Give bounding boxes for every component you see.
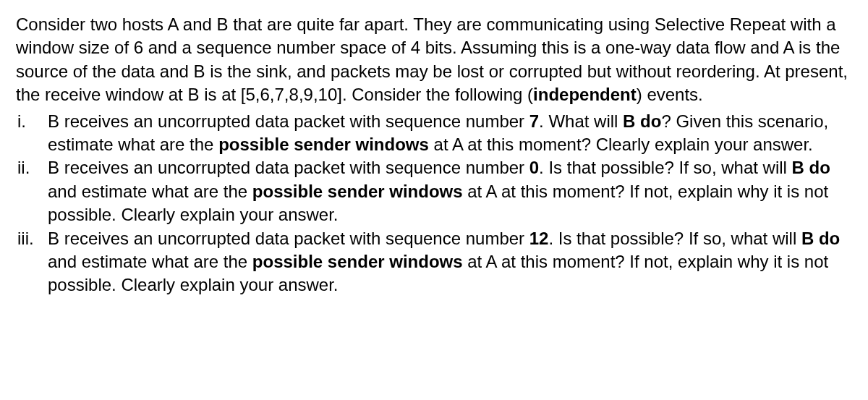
question-intro: Consider two hosts A and B that are quit… xyxy=(16,13,852,107)
list-item: ii. B receives an uncorrupted data packe… xyxy=(16,156,852,226)
list-item: i. B receives an uncorrupted data packet… xyxy=(16,110,852,157)
question-list: i. B receives an uncorrupted data packet… xyxy=(16,110,852,297)
item-body: B receives an uncorrupted data packet wi… xyxy=(48,156,852,226)
item-marker: i. xyxy=(16,110,48,133)
item-marker: iii. xyxy=(16,227,48,250)
item-marker: ii. xyxy=(16,156,48,179)
list-item: iii. B receives an uncorrupted data pack… xyxy=(16,227,852,297)
item-body: B receives an uncorrupted data packet wi… xyxy=(48,227,852,297)
item-body: B receives an uncorrupted data packet wi… xyxy=(48,110,852,157)
